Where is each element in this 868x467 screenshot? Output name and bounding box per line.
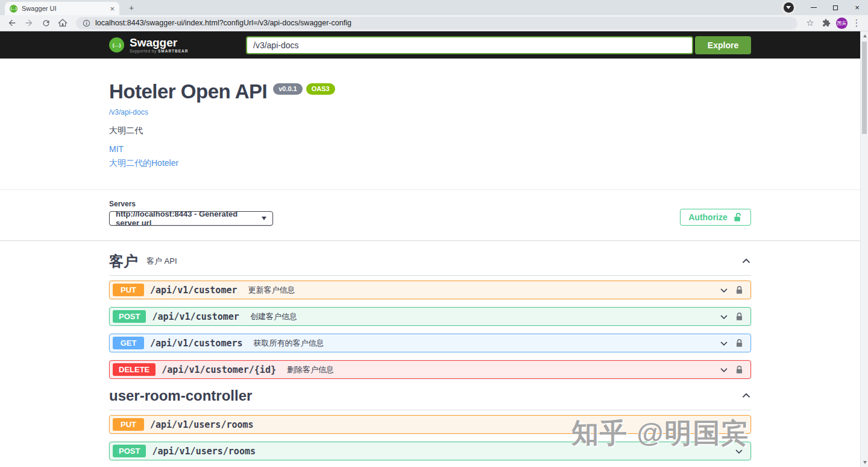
servers-block: Servers http://localhost:8443 - Generate… xyxy=(109,200,273,226)
lock-icon[interactable] xyxy=(735,285,743,295)
browser-toolbar: localhost:8443/swagger-ui/index.html?con… xyxy=(0,15,868,31)
method-badge: PUT xyxy=(113,284,144,296)
media-chevron-icon xyxy=(784,2,794,13)
chevron-down-icon[interactable] xyxy=(735,421,743,429)
tag-header-user-room-controller[interactable]: user-room-controller xyxy=(109,387,751,410)
endpoint-row[interactable]: POST /api/v1/users/rooms xyxy=(109,442,751,460)
new-tab-button[interactable]: + xyxy=(125,2,138,13)
endpoint-path: /api/v1/users/rooms xyxy=(150,419,254,430)
endpoint-path: /api/v1/customers xyxy=(150,338,243,349)
minimize-button[interactable] xyxy=(803,0,825,15)
browser-tab[interactable]: {…} Swagger UI × xyxy=(5,2,119,15)
url-bar[interactable]: localhost:8443/swagger-ui/index.html?con… xyxy=(76,17,797,30)
api-title: Hoteler Open API xyxy=(109,80,267,103)
lock-icon[interactable] xyxy=(735,312,743,322)
scheme-container: Servers http://localhost:8443 - Generate… xyxy=(0,189,860,240)
endpoint-description: 获取所有的客户信息 xyxy=(254,338,324,349)
endpoint-row[interactable]: PUT /api/v1/users/rooms xyxy=(109,415,751,434)
info-section: Hoteler Open API v0.0.1 OAS3 /v3/api-doc… xyxy=(109,59,751,169)
method-badge: PUT xyxy=(113,418,144,431)
servers-label: Servers xyxy=(109,200,273,208)
scrollbar-thumb[interactable] xyxy=(862,42,867,134)
swagger-favicon-icon: {…} xyxy=(10,5,17,13)
server-selected-option: http://localhost:8443 - Generated server… xyxy=(116,209,257,227)
endpoint-path: /api/v1/users/rooms xyxy=(152,446,256,457)
method-badge: POST xyxy=(113,310,146,323)
logo-text: Swagger xyxy=(130,37,189,49)
url-text: localhost:8443/swagger-ui/index.html?con… xyxy=(95,19,351,27)
endpoint-path: /api/v1/customer xyxy=(150,285,237,296)
scroll-up-arrow-icon[interactable] xyxy=(861,31,868,40)
tab-close-icon[interactable]: × xyxy=(110,5,115,13)
external-docs-link[interactable]: 大明二代的Hoteler xyxy=(109,158,751,169)
chevron-up-icon[interactable] xyxy=(741,391,751,401)
page-info-icon[interactable] xyxy=(83,19,90,27)
server-select[interactable]: http://localhost:8443 - Generated server… xyxy=(109,211,273,226)
chevron-down-icon[interactable] xyxy=(720,366,728,374)
scroll-down-arrow-icon[interactable] xyxy=(861,458,868,467)
license-link[interactable]: MIT xyxy=(109,144,751,154)
endpoint-row[interactable]: DELETE /api/v1/customer/{id} 删除客户信息 xyxy=(109,360,751,379)
api-description: 大明二代 xyxy=(109,125,751,136)
restore-button[interactable] xyxy=(825,0,846,15)
tag-title: 客户 xyxy=(109,252,138,270)
back-button[interactable] xyxy=(5,16,19,30)
swagger-page: Hoteler Open API v0.0.1 OAS3 /v3/api-doc… xyxy=(0,59,860,467)
chevron-up-icon[interactable] xyxy=(741,256,751,266)
lock-icon[interactable] xyxy=(735,365,743,375)
swagger-topbar: {…} Swagger Supported by SMARTBEAR Explo… xyxy=(0,31,860,59)
vertical-scrollbar[interactable] xyxy=(860,31,868,467)
swagger-logo[interactable]: {…} Swagger Supported by SMARTBEAR xyxy=(109,37,189,53)
endpoint-description: 更新客户信息 xyxy=(248,285,295,296)
forward-button[interactable] xyxy=(22,16,36,30)
explore-button[interactable]: Explore xyxy=(695,36,751,54)
chevron-down-icon[interactable] xyxy=(735,447,743,456)
endpoint-row[interactable]: GET /api/v1/customers 获取所有的客户信息 xyxy=(109,334,751,352)
method-badge: DELETE xyxy=(113,363,156,376)
unlock-icon xyxy=(734,212,743,223)
extensions-puzzle-icon[interactable] xyxy=(819,16,834,30)
chevron-down-icon[interactable] xyxy=(720,339,728,348)
lock-icon[interactable] xyxy=(735,338,743,348)
endpoint-path: /api/v1/customer xyxy=(152,311,239,322)
tag-subtitle: 客户 API xyxy=(146,252,177,270)
method-badge: GET xyxy=(113,337,144,349)
chevron-down-icon[interactable] xyxy=(720,313,728,321)
endpoint-row[interactable]: PUT /api/v1/customer 更新客户信息 xyxy=(109,281,751,299)
home-button[interactable] xyxy=(55,16,70,30)
reload-button[interactable] xyxy=(39,16,53,30)
endpoint-description: 创建客户信息 xyxy=(250,311,297,322)
endpoint-row[interactable]: POST /api/v1/customer 创建客户信息 xyxy=(109,307,751,326)
tag-title: user-room-controller xyxy=(109,387,252,405)
window-controls: × xyxy=(781,0,868,15)
oas3-badge: OAS3 xyxy=(306,83,335,95)
browser-menu-icon[interactable]: ⋮ xyxy=(850,17,863,28)
spec-url-input[interactable] xyxy=(246,36,693,54)
swagger-logo-icon: {…} xyxy=(109,37,124,52)
tab-title: Swagger UI xyxy=(22,5,105,12)
tag-header-customer[interactable]: 客户 客户 API xyxy=(109,252,751,276)
endpoint-description: 删除客户信息 xyxy=(287,364,334,375)
logo-tagline: Supported by SMARTBEAR xyxy=(130,49,189,53)
version-badge: v0.0.1 xyxy=(273,83,303,95)
browser-titlebar: {…} Swagger UI × + × xyxy=(0,0,868,15)
authorize-button[interactable]: Authorize xyxy=(680,209,751,226)
spec-link[interactable]: /v3/api-docs xyxy=(109,108,148,116)
close-button[interactable]: × xyxy=(846,0,868,15)
chevron-down-icon xyxy=(262,217,266,220)
chevron-down-icon[interactable] xyxy=(720,286,728,294)
media-controls-button[interactable] xyxy=(781,1,796,15)
method-badge: POST xyxy=(113,445,146,457)
bookmark-star-icon[interactable]: ☆ xyxy=(804,17,817,28)
endpoint-path: /api/v1/customer/{id} xyxy=(162,364,276,375)
operations-section: 客户 客户 API PUT /api/v1/customer 更新客户信息 PO… xyxy=(109,240,751,467)
profile-avatar[interactable]: 国宾 xyxy=(836,17,848,29)
